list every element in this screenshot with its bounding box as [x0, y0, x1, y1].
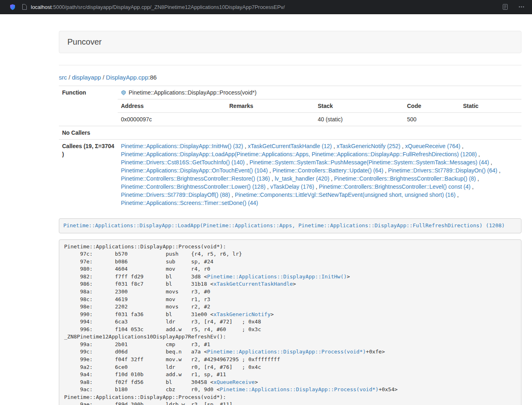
function-name: Pinetime::Applications::DisplayApp::Proc… [129, 88, 256, 97]
column-address: Address [118, 99, 226, 113]
callee-separator: , [460, 143, 463, 149]
no-callers-row: No Callers [59, 126, 521, 140]
value-code: 500 [404, 113, 460, 126]
callee-separator: , [243, 143, 248, 149]
callee-separator: , [245, 159, 250, 166]
callee-separator: , [265, 183, 270, 190]
breadcrumb-displayapp-link[interactable]: displayapp [72, 74, 101, 81]
callee-link[interactable]: lv_task_handler (420) [275, 175, 330, 182]
callee-link[interactable]: Pinetime::Applications::Screens::Timer::… [121, 200, 258, 206]
shield-icon[interactable] [9, 4, 16, 11]
callee-separator: , [268, 167, 273, 174]
value-remarks [226, 113, 314, 126]
breadcrumb-file-link[interactable]: DisplayApp.cpp [106, 74, 148, 81]
callees-label: Callees (19, Σ=3704 ) [59, 140, 118, 210]
callee-link[interactable]: Pinetime::Drivers::St7789::DisplayOn() (… [388, 167, 497, 174]
asm-symbol-link[interactable]: Pinetime::Applications::DisplayApp::Init… [207, 274, 347, 280]
function-row: Function Pinetime::Applications::Display… [59, 86, 521, 126]
callee-separator: , [230, 192, 235, 198]
function-icon [121, 90, 126, 95]
callee-separator: , [489, 159, 492, 166]
callee-link[interactable]: vTaskDelay (176) [270, 183, 314, 190]
function-table: Function Pinetime::Applications::Display… [59, 86, 521, 209]
asm-symbol-link[interactable]: Pinetime::Applications::DisplayApp::Proc… [220, 386, 379, 392]
callee-link[interactable]: Pinetime::Controllers::BrightnessControl… [319, 183, 470, 190]
callee-link[interactable]: xTaskGenericNotify (252) [336, 143, 400, 149]
callee-link[interactable]: Pinetime::System::SystemTask::PushMessag… [250, 159, 489, 166]
url-host: localhost [31, 4, 52, 10]
callee-separator: , [314, 183, 319, 190]
app-header: Puncover [59, 31, 521, 53]
callee-separator: , [498, 167, 501, 174]
callee-separator: , [270, 175, 275, 182]
breadcrumb-separator: / [103, 74, 104, 81]
column-static: Static [460, 99, 521, 113]
value-static [460, 113, 521, 126]
app-title: Puncover [67, 37, 102, 47]
callee-link[interactable]: xQueueReceive (764) [405, 143, 460, 149]
callee-separator: , [476, 175, 479, 182]
callee-separator: , [332, 143, 337, 149]
asm-symbol-link[interactable]: xTaskGetCurrentTaskHandle [213, 281, 293, 287]
column-remarks: Remarks [226, 99, 314, 113]
callee-link[interactable]: xTaskGetCurrentTaskHandle (12) [248, 143, 332, 149]
highlighted-symbol-link[interactable]: Pinetime::Applications::DisplayApp::Load… [63, 222, 505, 228]
asm-symbol-link[interactable]: Pinetime::Applications::DisplayApp::Proc… [207, 349, 366, 355]
callees-row: Callees (19, Σ=3704 ) Pinetime::Applicat… [59, 140, 521, 210]
no-callers-value [118, 126, 521, 131]
callee-link[interactable]: Pinetime::Controllers::BrightnessControl… [334, 175, 476, 182]
stats-header-row: Address Remarks Stack Code Static [118, 99, 521, 113]
browser-topbar: localhost:5000/path/src/displayapp/Displ… [0, 0, 532, 14]
disassembly-box: Pinetime::Applications::DisplayApp::Proc… [59, 239, 521, 405]
callee-link[interactable]: Pinetime::Applications::DisplayApp::Init… [121, 143, 243, 149]
callee-separator: , [477, 151, 480, 157]
callee-link[interactable]: Pinetime::Controllers::BrightnessControl… [121, 183, 265, 190]
value-stack: 40 (static) [314, 113, 404, 126]
function-label: Function [59, 86, 118, 126]
callee-link[interactable]: Pinetime::Components::LittleVgl::SetNewT… [235, 192, 456, 198]
callee-separator: , [330, 175, 334, 182]
asm-symbol-link[interactable]: xTaskGenericNotify [213, 311, 271, 317]
url-path: :5000/path/src/displayapp/DisplayApp.cpp… [52, 4, 285, 10]
callee-separator: , [470, 183, 474, 190]
callee-separator: , [383, 167, 388, 174]
divider [59, 65, 521, 65]
column-stack: Stack [314, 99, 404, 113]
overflow-menu-icon[interactable] [518, 4, 525, 10]
callee-separator: , [401, 143, 405, 149]
callee-separator: , [456, 192, 459, 198]
value-address: 0x0000097c [118, 113, 226, 126]
function-stats-table: Address Remarks Stack Code Static 0x0000… [118, 99, 521, 126]
topbar-actions [502, 4, 527, 10]
callee-link[interactable]: Pinetime::Controllers::Battery::Update()… [273, 167, 383, 174]
callee-link[interactable]: Pinetime::Applications::DisplayApp::OnTo… [121, 167, 268, 174]
no-callers-label: No Callers [59, 126, 118, 140]
column-code: Code [404, 99, 460, 113]
page-icon[interactable] [22, 4, 27, 10]
highlighted-symbol-box: Pinetime::Applications::DisplayApp::Load… [59, 218, 521, 233]
breadcrumb-line-number: :86 [148, 74, 157, 81]
callee-link[interactable]: Pinetime::Drivers::St7789::DisplayOff() … [121, 192, 230, 198]
callee-link[interactable]: Pinetime::Applications::DisplayApp::Load… [121, 151, 477, 157]
breadcrumb-separator: / [69, 74, 70, 81]
breadcrumb-src-link[interactable]: src [59, 74, 67, 81]
breadcrumb: src/displayapp/DisplayApp.cpp:86 [59, 74, 521, 81]
callee-link[interactable]: Pinetime::Drivers::Cst816S::GetTouchInfo… [121, 159, 245, 166]
reader-view-icon[interactable] [502, 4, 508, 10]
callee-link[interactable]: Pinetime::Controllers::BrightnessControl… [121, 175, 270, 182]
url-bar[interactable]: localhost:5000/path/src/displayapp/Displ… [31, 4, 502, 10]
function-name-row: Pinetime::Applications::DisplayApp::Proc… [118, 86, 521, 99]
callees-list: Pinetime::Applications::DisplayApp::Init… [118, 140, 521, 209]
stats-value-row: 0x0000097c 40 (static) 500 [118, 113, 521, 126]
page-container: Puncover src/displayapp/DisplayApp.cpp:8… [59, 31, 521, 405]
asm-symbol-link[interactable]: xQueueReceive [213, 379, 255, 385]
